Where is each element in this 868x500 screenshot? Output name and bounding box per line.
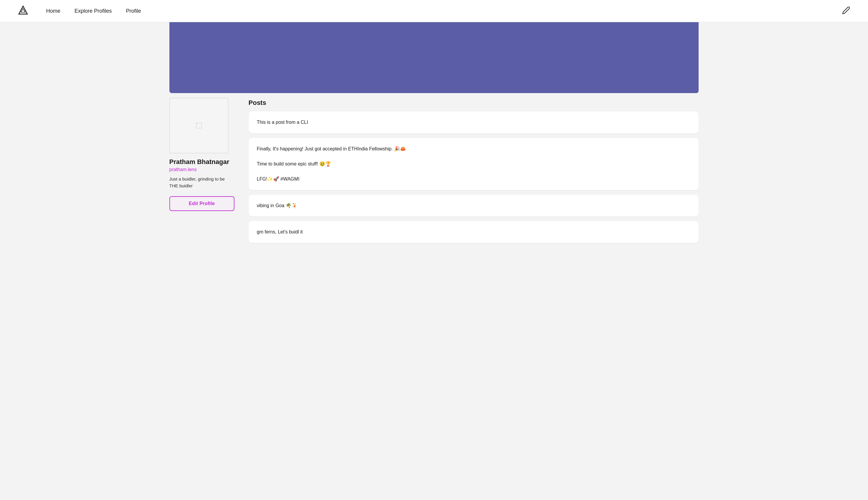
logo-icon	[18, 5, 29, 16]
pen-button[interactable]	[842, 6, 850, 16]
profile-left-column: Pratham Bhatnagar pratham.lens Just a bu…	[169, 98, 235, 248]
logo[interactable]	[18, 5, 29, 17]
navbar: Home Explore Profiles Profile	[0, 0, 868, 22]
nav-link-profile[interactable]: Profile	[126, 8, 141, 14]
post-card: gm ferns, Let's buidl it	[249, 221, 699, 243]
profile-content: Pratham Bhatnagar pratham.lens Just a bu…	[169, 93, 699, 248]
post-text: Finally, It's happening! Just got accept…	[257, 145, 691, 183]
svg-marker-0	[19, 6, 27, 14]
post-card: This is a post from a CLI	[249, 111, 699, 133]
avatar-broken-icon	[196, 123, 202, 128]
edit-profile-button[interactable]: Edit Profile	[169, 196, 235, 211]
post-text: vibing in Goa 🌴🍹	[257, 202, 691, 209]
posts-section-title: Posts	[249, 99, 699, 107]
post-text: gm ferns, Let's buidl it	[257, 228, 691, 236]
svg-line-3	[196, 123, 198, 124]
post-text: This is a post from a CLI	[257, 118, 691, 126]
avatar	[169, 98, 228, 154]
profile-name: Pratham Bhatnagar	[169, 158, 235, 166]
post-card: vibing in Goa 🌴🍹	[249, 195, 699, 217]
profile-handle[interactable]: pratham.lens	[169, 167, 235, 172]
nav-link-explore-profiles[interactable]: Explore Profiles	[75, 8, 112, 14]
profile-right-column: Posts This is a post from a CLI Finally,…	[249, 98, 699, 248]
pen-icon	[842, 6, 850, 14]
nav-link-home[interactable]: Home	[46, 8, 60, 14]
profile-bio: Just a buidler, grinding to be THE buidl…	[169, 176, 235, 189]
profile-banner	[169, 22, 699, 93]
nav-links: Home Explore Profiles Profile	[46, 8, 850, 14]
post-card: Finally, It's happening! Just got accept…	[249, 138, 699, 190]
